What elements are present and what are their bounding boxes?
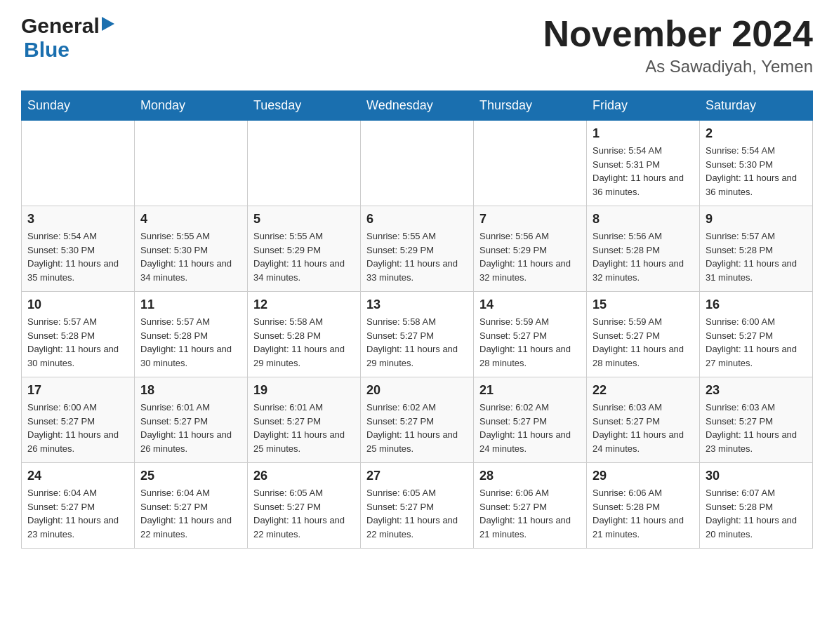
column-header-sunday: Sunday bbox=[22, 91, 135, 121]
day-info: Sunrise: 6:00 AMSunset: 5:27 PMDaylight:… bbox=[706, 315, 807, 370]
calendar-cell bbox=[135, 121, 248, 206]
day-info: Sunrise: 5:55 AMSunset: 5:29 PMDaylight:… bbox=[366, 229, 468, 284]
day-info: Sunrise: 6:01 AMSunset: 5:27 PMDaylight:… bbox=[253, 401, 355, 455]
day-number: 8 bbox=[593, 212, 694, 227]
calendar-cell: 22Sunrise: 6:03 AMSunset: 5:27 PMDayligh… bbox=[587, 377, 700, 463]
month-year-title: November 2024 bbox=[543, 14, 813, 54]
column-header-tuesday: Tuesday bbox=[248, 91, 361, 121]
calendar-cell: 12Sunrise: 5:58 AMSunset: 5:28 PMDayligh… bbox=[248, 292, 361, 377]
day-info: Sunrise: 6:05 AMSunset: 5:27 PMDaylight:… bbox=[253, 486, 355, 541]
calendar-cell: 8Sunrise: 5:56 AMSunset: 5:28 PMDaylight… bbox=[587, 206, 700, 292]
calendar-cell: 15Sunrise: 5:59 AMSunset: 5:27 PMDayligh… bbox=[587, 292, 700, 377]
day-number: 15 bbox=[593, 297, 694, 312]
day-number: 6 bbox=[366, 212, 468, 227]
calendar-cell: 25Sunrise: 6:04 AMSunset: 5:27 PMDayligh… bbox=[135, 463, 248, 549]
day-info: Sunrise: 6:02 AMSunset: 5:27 PMDaylight:… bbox=[366, 401, 468, 455]
calendar-cell bbox=[361, 121, 474, 206]
day-number: 2 bbox=[706, 126, 807, 141]
day-info: Sunrise: 6:07 AMSunset: 5:28 PMDaylight:… bbox=[706, 486, 807, 541]
day-info: Sunrise: 6:02 AMSunset: 5:27 PMDaylight:… bbox=[479, 401, 581, 455]
day-info: Sunrise: 5:55 AMSunset: 5:29 PMDaylight:… bbox=[253, 229, 355, 284]
day-info: Sunrise: 6:05 AMSunset: 5:27 PMDaylight:… bbox=[366, 486, 468, 541]
day-number: 17 bbox=[27, 383, 128, 398]
calendar-cell: 21Sunrise: 6:02 AMSunset: 5:27 PMDayligh… bbox=[474, 377, 587, 463]
logo-blue-text: Blue bbox=[21, 38, 70, 61]
calendar-cell: 13Sunrise: 5:58 AMSunset: 5:27 PMDayligh… bbox=[361, 292, 474, 377]
day-number: 14 bbox=[479, 297, 581, 312]
day-info: Sunrise: 5:57 AMSunset: 5:28 PMDaylight:… bbox=[140, 315, 241, 370]
day-number: 13 bbox=[366, 297, 468, 312]
calendar-cell: 16Sunrise: 6:00 AMSunset: 5:27 PMDayligh… bbox=[700, 292, 813, 377]
logo-arrow-icon bbox=[102, 17, 114, 34]
day-info: Sunrise: 5:57 AMSunset: 5:28 PMDaylight:… bbox=[27, 315, 128, 370]
calendar-cell bbox=[474, 121, 587, 206]
day-info: Sunrise: 6:04 AMSunset: 5:27 PMDaylight:… bbox=[27, 486, 128, 541]
day-info: Sunrise: 5:56 AMSunset: 5:28 PMDaylight:… bbox=[593, 229, 694, 284]
calendar-cell: 7Sunrise: 5:56 AMSunset: 5:29 PMDaylight… bbox=[474, 206, 587, 292]
calendar-week-row: 3Sunrise: 5:54 AMSunset: 5:30 PMDaylight… bbox=[22, 206, 813, 292]
day-info: Sunrise: 6:06 AMSunset: 5:28 PMDaylight:… bbox=[593, 486, 694, 541]
calendar-cell: 29Sunrise: 6:06 AMSunset: 5:28 PMDayligh… bbox=[587, 463, 700, 549]
calendar-cell: 27Sunrise: 6:05 AMSunset: 5:27 PMDayligh… bbox=[361, 463, 474, 549]
day-number: 7 bbox=[479, 212, 581, 227]
calendar-cell: 1Sunrise: 5:54 AMSunset: 5:31 PMDaylight… bbox=[587, 121, 700, 206]
title-area: November 2024 As Sawadiyah, Yemen bbox=[543, 14, 813, 76]
day-info: Sunrise: 5:58 AMSunset: 5:27 PMDaylight:… bbox=[366, 315, 468, 370]
day-info: Sunrise: 5:55 AMSunset: 5:30 PMDaylight:… bbox=[140, 229, 241, 284]
column-header-saturday: Saturday bbox=[700, 91, 813, 121]
calendar-cell: 28Sunrise: 6:06 AMSunset: 5:27 PMDayligh… bbox=[474, 463, 587, 549]
calendar-week-row: 1Sunrise: 5:54 AMSunset: 5:31 PMDaylight… bbox=[22, 121, 813, 206]
calendar-cell bbox=[248, 121, 361, 206]
day-info: Sunrise: 5:56 AMSunset: 5:29 PMDaylight:… bbox=[479, 229, 581, 284]
column-header-thursday: Thursday bbox=[474, 91, 587, 121]
calendar-cell: 24Sunrise: 6:04 AMSunset: 5:27 PMDayligh… bbox=[22, 463, 135, 549]
day-info: Sunrise: 5:59 AMSunset: 5:27 PMDaylight:… bbox=[593, 315, 694, 370]
calendar-cell: 4Sunrise: 5:55 AMSunset: 5:30 PMDaylight… bbox=[135, 206, 248, 292]
day-number: 11 bbox=[140, 297, 241, 312]
svg-marker-0 bbox=[102, 17, 114, 31]
calendar-cell: 14Sunrise: 5:59 AMSunset: 5:27 PMDayligh… bbox=[474, 292, 587, 377]
calendar-cell: 26Sunrise: 6:05 AMSunset: 5:27 PMDayligh… bbox=[248, 463, 361, 549]
day-number: 18 bbox=[140, 383, 241, 398]
column-header-wednesday: Wednesday bbox=[361, 91, 474, 121]
calendar-week-row: 24Sunrise: 6:04 AMSunset: 5:27 PMDayligh… bbox=[22, 463, 813, 549]
day-info: Sunrise: 5:59 AMSunset: 5:27 PMDaylight:… bbox=[479, 315, 581, 370]
day-number: 16 bbox=[706, 297, 807, 312]
calendar-cell: 17Sunrise: 6:00 AMSunset: 5:27 PMDayligh… bbox=[22, 377, 135, 463]
calendar-header-row: SundayMondayTuesdayWednesdayThursdayFrid… bbox=[22, 91, 813, 121]
calendar-cell: 2Sunrise: 5:54 AMSunset: 5:30 PMDaylight… bbox=[700, 121, 813, 206]
day-number: 3 bbox=[27, 212, 128, 227]
day-info: Sunrise: 6:00 AMSunset: 5:27 PMDaylight:… bbox=[27, 401, 128, 455]
day-info: Sunrise: 6:03 AMSunset: 5:27 PMDaylight:… bbox=[593, 401, 694, 455]
calendar-cell: 20Sunrise: 6:02 AMSunset: 5:27 PMDayligh… bbox=[361, 377, 474, 463]
calendar-cell: 3Sunrise: 5:54 AMSunset: 5:30 PMDaylight… bbox=[22, 206, 135, 292]
day-info: Sunrise: 5:54 AMSunset: 5:30 PMDaylight:… bbox=[706, 144, 807, 199]
day-info: Sunrise: 5:54 AMSunset: 5:30 PMDaylight:… bbox=[27, 229, 128, 284]
day-info: Sunrise: 6:03 AMSunset: 5:27 PMDaylight:… bbox=[706, 401, 807, 455]
logo: General Blue bbox=[21, 14, 114, 62]
day-number: 24 bbox=[27, 469, 128, 483]
day-number: 1 bbox=[593, 126, 694, 141]
day-number: 19 bbox=[253, 383, 355, 398]
day-info: Sunrise: 6:01 AMSunset: 5:27 PMDaylight:… bbox=[140, 401, 241, 455]
day-info: Sunrise: 5:57 AMSunset: 5:28 PMDaylight:… bbox=[706, 229, 807, 284]
calendar-cell: 19Sunrise: 6:01 AMSunset: 5:27 PMDayligh… bbox=[248, 377, 361, 463]
location-subtitle: As Sawadiyah, Yemen bbox=[543, 57, 813, 76]
day-number: 28 bbox=[479, 469, 581, 483]
calendar-cell: 18Sunrise: 6:01 AMSunset: 5:27 PMDayligh… bbox=[135, 377, 248, 463]
day-number: 9 bbox=[706, 212, 807, 227]
calendar-cell: 11Sunrise: 5:57 AMSunset: 5:28 PMDayligh… bbox=[135, 292, 248, 377]
calendar-table: SundayMondayTuesdayWednesdayThursdayFrid… bbox=[21, 90, 813, 549]
day-info: Sunrise: 5:54 AMSunset: 5:31 PMDaylight:… bbox=[593, 144, 694, 199]
day-number: 25 bbox=[140, 469, 241, 483]
day-number: 30 bbox=[706, 469, 807, 483]
day-number: 29 bbox=[593, 469, 694, 483]
calendar-cell: 9Sunrise: 5:57 AMSunset: 5:28 PMDaylight… bbox=[700, 206, 813, 292]
day-number: 22 bbox=[593, 383, 694, 398]
column-header-monday: Monday bbox=[135, 91, 248, 121]
day-number: 20 bbox=[366, 383, 468, 398]
calendar-week-row: 17Sunrise: 6:00 AMSunset: 5:27 PMDayligh… bbox=[22, 377, 813, 463]
calendar-cell: 10Sunrise: 5:57 AMSunset: 5:28 PMDayligh… bbox=[22, 292, 135, 377]
day-number: 10 bbox=[27, 297, 128, 312]
day-info: Sunrise: 6:04 AMSunset: 5:27 PMDaylight:… bbox=[140, 486, 241, 541]
